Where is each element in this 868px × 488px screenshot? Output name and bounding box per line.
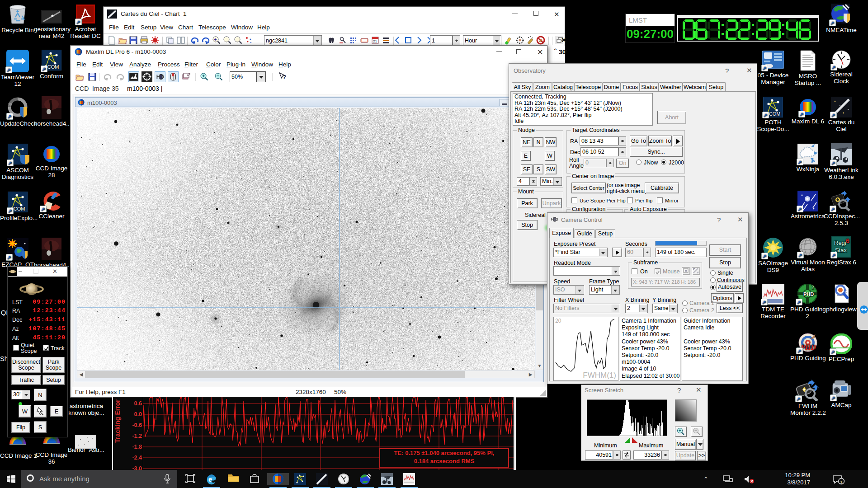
svg-text:PHD: PHD xyxy=(803,291,814,297)
svg-text:1: 1 xyxy=(840,480,843,484)
svg-text:+: + xyxy=(214,37,217,42)
svg-text:-: - xyxy=(225,37,226,42)
svg-text:Regi: Regi xyxy=(834,239,846,246)
svg-text:21: 21 xyxy=(373,39,377,43)
svg-text:6: 6 xyxy=(846,237,849,244)
svg-text:2: 2 xyxy=(811,285,814,290)
svg-text:e: e xyxy=(208,475,212,483)
svg-text:?: ? xyxy=(283,74,286,80)
